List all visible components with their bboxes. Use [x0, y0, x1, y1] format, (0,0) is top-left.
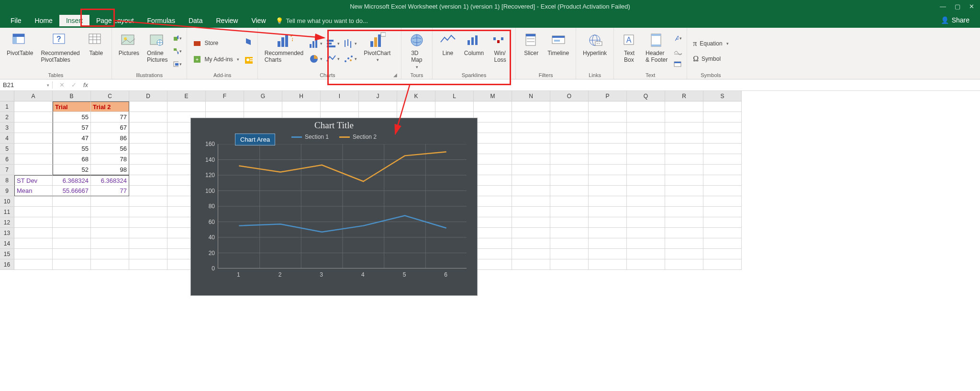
cell[interactable] — [665, 217, 703, 228]
row-header[interactable]: 4 — [0, 133, 14, 144]
cell[interactable] — [129, 228, 167, 238]
cell[interactable] — [14, 228, 53, 238]
cell[interactable] — [91, 196, 129, 207]
cell[interactable] — [703, 259, 742, 270]
cell[interactable] — [665, 207, 703, 217]
cell[interactable] — [665, 228, 703, 238]
cell[interactable] — [129, 249, 167, 259]
cell[interactable] — [550, 144, 589, 154]
column-header[interactable]: K — [397, 91, 435, 101]
cell[interactable]: 52 — [53, 165, 91, 175]
cell[interactable] — [550, 133, 589, 144]
stock-chart-button[interactable] — [343, 36, 357, 51]
sparkline-winloss-button[interactable]: Win/ Loss — [489, 31, 512, 71]
row-header[interactable]: 10 — [0, 196, 14, 207]
cell[interactable]: 55.66667 — [53, 186, 91, 196]
menu-formulas[interactable]: Formulas — [141, 15, 182, 26]
cell[interactable] — [14, 123, 53, 133]
cell[interactable] — [665, 165, 703, 175]
chart-title[interactable]: Chart Title — [191, 118, 477, 131]
column-header[interactable]: H — [282, 91, 321, 101]
cell[interactable] — [512, 238, 550, 249]
online-pictures-button[interactable]: Online Pictures — [144, 31, 170, 71]
cell[interactable] — [14, 259, 53, 270]
cell[interactable] — [665, 101, 703, 112]
cell[interactable] — [589, 228, 627, 238]
cell[interactable]: 98 — [91, 165, 129, 175]
cell[interactable] — [474, 175, 512, 186]
row-header[interactable]: 7 — [0, 165, 14, 175]
cell[interactable] — [627, 207, 665, 217]
cell[interactable] — [129, 175, 167, 186]
cell[interactable] — [14, 196, 53, 207]
column-header[interactable]: Q — [627, 91, 665, 101]
my-addins-button[interactable]: +My Add-ins — [191, 54, 241, 65]
cell[interactable] — [627, 259, 665, 270]
cell[interactable] — [550, 154, 589, 165]
cell[interactable] — [589, 165, 627, 175]
cell[interactable] — [550, 217, 589, 228]
column-header[interactable]: L — [435, 91, 474, 101]
charts-dialog-launcher-icon[interactable]: ◢ — [393, 72, 397, 78]
cell[interactable]: Mean — [14, 186, 53, 196]
wordart-button[interactable]: A — [673, 34, 682, 43]
window-close-icon[interactable]: ✕ — [969, 0, 974, 13]
menu-file[interactable]: File — [4, 15, 28, 26]
cell[interactable] — [91, 217, 129, 228]
slicer-button[interactable]: Slicer — [520, 31, 543, 71]
cell[interactable] — [665, 144, 703, 154]
cell[interactable] — [589, 259, 627, 270]
cell[interactable] — [512, 175, 550, 186]
cell[interactable] — [91, 238, 129, 249]
cell[interactable] — [53, 259, 91, 270]
column-header[interactable]: N — [512, 91, 550, 101]
bar-chart-button[interactable] — [325, 36, 340, 51]
cell[interactable] — [550, 207, 589, 217]
select-all-button[interactable] — [0, 91, 14, 101]
column-header[interactable]: J — [359, 91, 397, 101]
cell[interactable] — [627, 249, 665, 259]
cell[interactable] — [589, 196, 627, 207]
cell[interactable] — [550, 249, 589, 259]
cell[interactable] — [703, 154, 742, 165]
cell[interactable] — [53, 217, 91, 228]
share-button[interactable]: 👤 Share — [936, 13, 974, 27]
cell[interactable]: 6.368324 — [53, 175, 91, 186]
cell[interactable] — [703, 165, 742, 175]
cell[interactable] — [14, 165, 53, 175]
recommended-pivottables-button[interactable]: ?Recommended PivotTables — [38, 31, 82, 71]
cell[interactable] — [53, 249, 91, 259]
cell[interactable] — [129, 259, 167, 270]
cell[interactable] — [129, 123, 167, 133]
cell[interactable]: 56 — [91, 144, 129, 154]
cell[interactable] — [53, 207, 91, 217]
cell[interactable]: 68 — [53, 154, 91, 165]
column-header[interactable]: P — [589, 91, 627, 101]
column-header[interactable]: I — [321, 91, 359, 101]
column-header[interactable]: A — [14, 91, 53, 101]
cell[interactable] — [129, 238, 167, 249]
menu-page-layout[interactable]: Page Layout — [89, 15, 141, 26]
row-header[interactable]: 8 — [0, 175, 14, 186]
cell[interactable] — [589, 101, 627, 112]
column-header[interactable]: S — [703, 91, 742, 101]
cell[interactable] — [129, 196, 167, 207]
pie-chart-button[interactable] — [308, 52, 323, 66]
accept-formula-icon[interactable]: ✓ — [71, 81, 77, 89]
cell[interactable] — [129, 165, 167, 175]
cell[interactable] — [53, 228, 91, 238]
row-header[interactable]: 3 — [0, 123, 14, 133]
row-header[interactable]: 14 — [0, 238, 14, 249]
row-header[interactable]: 1 — [0, 101, 14, 112]
cell[interactable]: 86 — [91, 133, 129, 144]
symbol-button[interactable]: ΩSymbol — [691, 54, 730, 64]
cell[interactable] — [703, 123, 742, 133]
bing-maps-icon[interactable] — [244, 37, 253, 46]
column-header[interactable]: F — [206, 91, 244, 101]
cell[interactable] — [14, 144, 53, 154]
cell[interactable] — [512, 186, 550, 196]
cell[interactable] — [589, 112, 627, 123]
cell[interactable] — [703, 112, 742, 123]
chart-object[interactable]: Chart Title Chart Area Section 1 Section… — [190, 118, 478, 296]
cell[interactable] — [512, 133, 550, 144]
